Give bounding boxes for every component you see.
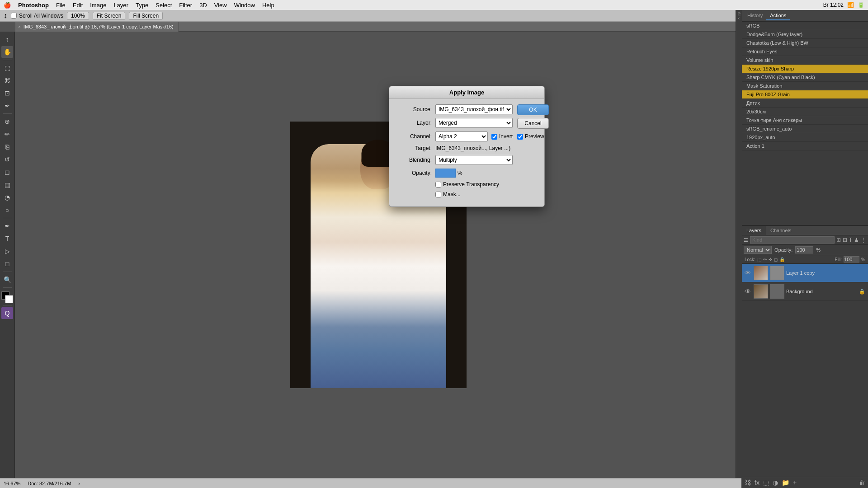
menu-filter[interactable]: Filter bbox=[179, 2, 192, 9]
tool-shape[interactable]: □ bbox=[1, 258, 13, 270]
invert-label[interactable]: Invert bbox=[491, 133, 513, 140]
history-item-chastotka[interactable]: Chastotka (Low & High) BW bbox=[742, 39, 868, 47]
menu-file[interactable]: File bbox=[56, 2, 66, 9]
ai-panel-collapse[interactable]: AI ‹ bbox=[736, 10, 742, 488]
tool-hand[interactable]: ✋ bbox=[1, 46, 13, 58]
opacity-dialog-input[interactable]: 100 bbox=[435, 169, 456, 178]
layers-icon-4[interactable]: ♟ bbox=[854, 237, 859, 243]
preserve-transparency-checkbox[interactable] bbox=[435, 182, 441, 188]
zoom-percent-button[interactable]: 100% bbox=[67, 12, 89, 20]
tool-zoom[interactable]: 🔍 bbox=[1, 274, 13, 286]
tool-dodge[interactable]: ○ bbox=[1, 204, 13, 216]
preserve-transparency-label[interactable]: Preserve Transparency bbox=[435, 181, 499, 188]
tool-gradient[interactable]: ▦ bbox=[1, 179, 13, 191]
lock-transparent-icon[interactable]: ⬚ bbox=[757, 257, 761, 262]
history-item-diptych[interactable]: Дптих bbox=[742, 99, 868, 108]
tool-healing[interactable]: ⊕ bbox=[1, 116, 13, 127]
tool-quick-mask[interactable]: Q bbox=[1, 307, 13, 319]
tool-type[interactable]: T bbox=[1, 233, 13, 244]
delete-layer-icon[interactable]: 🗑 bbox=[858, 478, 866, 487]
preview-checkbox[interactable] bbox=[517, 134, 523, 140]
tool-history-brush[interactable]: ↺ bbox=[1, 154, 13, 165]
layer-visibility-icon-bg[interactable]: 👁 bbox=[745, 288, 751, 295]
fill-input[interactable] bbox=[844, 256, 859, 263]
link-icon[interactable]: ⛓ bbox=[744, 478, 752, 487]
tab-layers[interactable]: Layers bbox=[742, 226, 766, 235]
invert-checkbox[interactable] bbox=[491, 134, 497, 140]
history-item-fuji[interactable]: Fuji Pro 800Z Grain bbox=[742, 90, 868, 99]
tool-blur[interactable]: ◔ bbox=[1, 192, 13, 203]
group-icon[interactable]: 📁 bbox=[781, 478, 790, 487]
add-mask-icon[interactable]: ⬚ bbox=[762, 478, 770, 487]
lock-all-icon[interactable]: 🔒 bbox=[779, 257, 785, 262]
mask-checkbox[interactable] bbox=[435, 192, 441, 197]
blend-mode-select[interactable]: Normal bbox=[744, 246, 772, 254]
menu-window[interactable]: Window bbox=[234, 2, 255, 9]
adjustment-icon[interactable]: ◑ bbox=[772, 478, 779, 487]
document-tab[interactable]: × IMG_6343_плохой_фон.tif @ 16,7% (Layer… bbox=[15, 22, 179, 32]
tool-marquee[interactable]: ⬚ bbox=[1, 62, 13, 74]
menu-view[interactable]: View bbox=[214, 2, 227, 9]
history-item-mask-sat[interactable]: Mask Saturation bbox=[742, 82, 868, 90]
tool-lasso[interactable]: ⌘ bbox=[1, 75, 13, 86]
menu-select[interactable]: Select bbox=[156, 2, 172, 9]
new-layer-icon[interactable]: + bbox=[792, 478, 797, 487]
channel-select[interactable]: Alpha 2 bbox=[435, 131, 488, 141]
history-item-1920px[interactable]: 1920px_auto bbox=[742, 133, 868, 142]
history-item-resize[interactable]: Resize 1920px Sharp bbox=[742, 65, 868, 73]
layers-icon-3[interactable]: T bbox=[849, 237, 852, 243]
tool-pen[interactable]: ✒ bbox=[1, 220, 13, 232]
history-item-dodge[interactable]: Dodge&Burn (Grey layer) bbox=[742, 30, 868, 39]
apple-menu[interactable]: 🍎 bbox=[4, 2, 11, 9]
menu-help[interactable]: Help bbox=[262, 2, 274, 9]
history-item-srgb-rename[interactable]: sRGB_rename_auto bbox=[742, 125, 868, 133]
lock-artboard-icon[interactable]: ◻ bbox=[774, 257, 778, 262]
history-item-point[interactable]: Точка-тире Аня стикеры bbox=[742, 116, 868, 125]
add-style-icon[interactable]: fx bbox=[754, 478, 760, 487]
layer-visibility-icon-1[interactable]: 👁 bbox=[745, 269, 751, 277]
tool-clone[interactable]: ⎘ bbox=[1, 141, 13, 153]
status-arrow[interactable]: › bbox=[78, 481, 80, 486]
tool-eraser[interactable]: ◻ bbox=[1, 166, 13, 178]
layers-icon-1[interactable]: ⊞ bbox=[836, 237, 841, 243]
history-item-sharp-cmyk[interactable]: Sharp CMYK (Cyan and Black) bbox=[742, 73, 868, 82]
tool-path-select[interactable]: ▷ bbox=[1, 245, 13, 257]
layer-select[interactable]: Merged bbox=[435, 118, 513, 128]
tab-actions[interactable]: Actions bbox=[766, 11, 790, 20]
menu-edit[interactable]: Edit bbox=[73, 2, 83, 9]
menu-image[interactable]: Image bbox=[90, 2, 106, 9]
layers-search-input[interactable] bbox=[750, 236, 835, 244]
lock-paint-icon[interactable]: ✏ bbox=[763, 257, 767, 262]
ok-button[interactable]: OK bbox=[517, 104, 549, 115]
cancel-button[interactable]: Cancel bbox=[517, 118, 549, 129]
source-select[interactable]: IMG_6343_плохой_фон.tif bbox=[435, 104, 513, 114]
menu-layer[interactable]: Layer bbox=[113, 2, 128, 9]
history-item-action1[interactable]: Action 1 bbox=[742, 142, 868, 150]
history-item-20x30[interactable]: 20x30см bbox=[742, 108, 868, 116]
layer-item-1copy[interactable]: 👁 Layer 1 copy bbox=[742, 264, 868, 282]
fit-screen-button[interactable]: Fit Screen bbox=[93, 12, 126, 20]
tool-move[interactable]: ↕ bbox=[1, 33, 13, 45]
tool-brush[interactable]: ✏ bbox=[1, 128, 13, 140]
menu-type[interactable]: Type bbox=[136, 2, 148, 9]
layers-icon-2[interactable]: ⊟ bbox=[843, 237, 847, 243]
blending-select[interactable]: Multiply bbox=[435, 155, 513, 165]
layers-icon-5[interactable]: ⋮ bbox=[861, 237, 866, 243]
scroll-all-windows-label[interactable]: Scroll All Windows bbox=[11, 13, 63, 19]
scroll-all-windows-checkbox[interactable] bbox=[11, 13, 17, 19]
color-swatch[interactable] bbox=[1, 291, 13, 303]
history-item-retouch[interactable]: Retouch Eyes bbox=[742, 47, 868, 56]
mask-label[interactable]: Mask... bbox=[435, 191, 461, 197]
history-item-srgb[interactable]: sRGB bbox=[742, 22, 868, 30]
preview-label[interactable]: Preview bbox=[517, 133, 549, 140]
opacity-input[interactable] bbox=[795, 246, 813, 253]
fill-screen-button[interactable]: Fill Screen bbox=[129, 12, 163, 20]
tool-eyedropper[interactable]: ✒ bbox=[1, 100, 13, 112]
layer-item-background[interactable]: 👁 Background 🔒 bbox=[742, 282, 868, 301]
tool-crop[interactable]: ⊡ bbox=[1, 87, 13, 99]
history-item-volume[interactable]: Volume skin bbox=[742, 56, 868, 65]
lock-move-icon[interactable]: ✛ bbox=[769, 257, 772, 262]
tab-channels[interactable]: Channels bbox=[766, 226, 796, 235]
tab-history[interactable]: History bbox=[744, 11, 766, 20]
canvas-area[interactable] bbox=[15, 32, 741, 478]
